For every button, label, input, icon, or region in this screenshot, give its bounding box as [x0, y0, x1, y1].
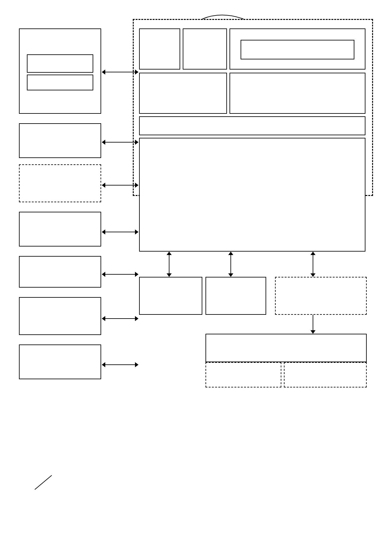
instruction-set-box: [241, 40, 354, 59]
processor-curve-svg: [199, 9, 262, 22]
memory-device-arrow: [102, 69, 138, 75]
wireless-arrow: [102, 315, 138, 322]
external-graphics-arrow: [102, 182, 138, 188]
memory-device-box: [19, 28, 101, 114]
external-graphics-box: [19, 164, 101, 202]
network-controller-box: [139, 277, 202, 315]
interface-bus-box: [139, 116, 365, 135]
memory-controller-box: [139, 73, 227, 114]
display-device-arrow: [102, 139, 138, 145]
keyboard-mouse-box: [205, 362, 281, 387]
display-device-box: [19, 123, 101, 158]
wireless-transceiver-box: [19, 297, 101, 335]
pch-box: [139, 138, 365, 252]
camera-box: [284, 362, 367, 387]
audio-controller-box: [205, 277, 266, 315]
firmware-interface-box: [19, 344, 101, 379]
ref-100-arrow: [34, 475, 52, 490]
pch-to-legacy-arrow: [310, 252, 316, 277]
cache-box: [139, 28, 180, 70]
data-storage-box: [19, 212, 101, 247]
firmware-arrow: [102, 362, 138, 368]
diagram: [9, 9, 383, 521]
register-file-box: [183, 28, 227, 70]
touch-sensors-arrow: [102, 271, 138, 277]
data-storage-arrow: [102, 229, 138, 235]
legacy-to-usb-arrow: [310, 315, 316, 334]
instructions-box: [27, 54, 93, 73]
usb-controller-box: [205, 334, 367, 362]
graphics-processor-box: [230, 73, 365, 114]
touch-sensors-box: [19, 256, 101, 288]
legacy-io-box: [275, 277, 367, 315]
pch-to-audio-arrow: [228, 252, 234, 277]
pch-to-network-arrow: [166, 252, 172, 277]
data-box: [27, 75, 93, 90]
processor-cores-box: [230, 28, 365, 70]
